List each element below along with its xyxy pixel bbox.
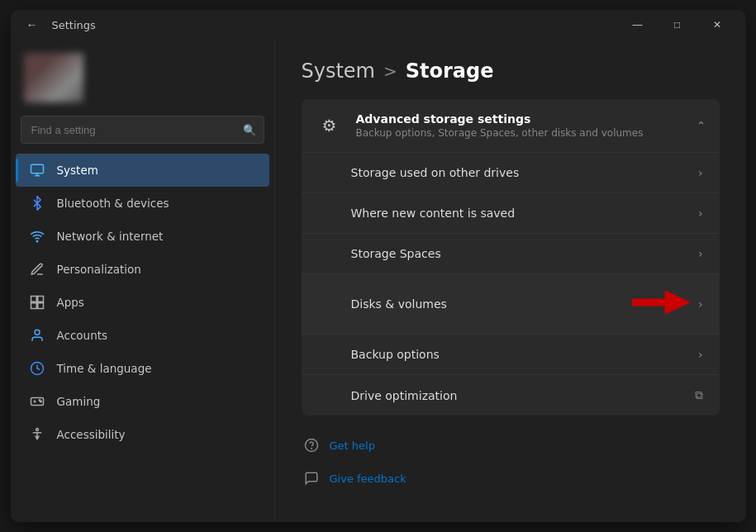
svg-rect-4 <box>31 303 36 309</box>
maximize-button[interactable]: □ <box>659 10 697 40</box>
chevron-right-icon: › <box>698 348 703 361</box>
app-title: Settings <box>52 19 96 31</box>
sidebar-item-personalization[interactable]: Personalization <box>16 253 269 286</box>
give-feedback-icon <box>302 468 321 488</box>
sidebar-item-accessibility[interactable]: Accessibility <box>16 418 269 451</box>
sidebar-item-timelanguage[interactable]: Time & language <box>16 352 269 385</box>
breadcrumb-separator: > <box>383 61 397 81</box>
sidebar-item-accounts[interactable]: Accounts <box>16 319 269 352</box>
sidebar-item-gaming[interactable]: Gaming <box>16 385 269 418</box>
footer-link-label-get-help: Get help <box>330 439 375 452</box>
search-input[interactable] <box>21 116 264 144</box>
system-icon <box>29 162 45 178</box>
nav-list: SystemBluetooth & devicesNetwork & inter… <box>11 154 274 522</box>
sidebar-item-label-accounts: Accounts <box>57 329 108 342</box>
setting-item-storage-other-drives[interactable]: Storage used on other drives› <box>302 153 720 193</box>
close-button[interactable]: ✕ <box>698 10 736 40</box>
breadcrumb-parent: System <box>302 59 376 83</box>
back-button[interactable]: ← <box>21 13 44 36</box>
svg-point-11 <box>36 429 38 431</box>
sidebar-item-label-system: System <box>57 164 98 177</box>
advanced-storage-group: ⚙ Advanced storage settings Backup optio… <box>302 99 720 416</box>
titlebar: ← Settings — □ ✕ <box>11 10 746 40</box>
accounts-icon <box>29 327 45 344</box>
chevron-right-icon: › <box>698 207 703 220</box>
sidebar-item-network[interactable]: Network & internet <box>16 220 269 253</box>
sidebar-item-bluetooth[interactable]: Bluetooth & devices <box>16 187 269 220</box>
sidebar-item-label-apps: Apps <box>57 296 84 309</box>
sidebar-item-label-timelanguage: Time & language <box>57 362 152 375</box>
avatar <box>24 53 83 102</box>
external-link-icon: ⧉ <box>695 388 703 402</box>
sidebar-item-system[interactable]: System <box>16 154 269 187</box>
page-header: System > Storage <box>302 59 720 83</box>
settings-window: ← Settings — □ ✕ 🔍 SystemBluetooth & dev… <box>11 10 746 522</box>
get-help-icon <box>302 435 321 455</box>
svg-rect-0 <box>31 164 43 173</box>
svg-point-14 <box>311 448 311 449</box>
main-content: System > Storage ⚙ Advanced storage sett… <box>275 40 746 522</box>
setting-item-backup-options[interactable]: Backup options› <box>302 335 720 375</box>
setting-item-storage-spaces[interactable]: Storage Spaces› <box>302 234 720 274</box>
svg-point-6 <box>35 330 40 335</box>
sidebar-item-apps[interactable]: Apps <box>16 286 269 319</box>
setting-item-drive-optimization[interactable]: Drive optimization⧉ <box>302 375 720 416</box>
setting-item-disks-volumes[interactable]: Disks & volumes › <box>302 274 720 335</box>
sidebar-item-label-bluetooth: Bluetooth & devices <box>57 197 169 210</box>
svg-point-10 <box>40 401 41 402</box>
svg-rect-3 <box>37 297 43 302</box>
window-controls: — □ ✕ <box>619 10 736 40</box>
sidebar: 🔍 SystemBluetooth & devicesNetwork & int… <box>11 40 275 522</box>
setting-label-storage-spaces: Storage Spaces <box>351 247 698 260</box>
group-items: Storage used on other drives›Where new c… <box>302 152 720 416</box>
group-text: Advanced storage settings Backup options… <box>356 112 697 139</box>
setting-label-backup-options: Backup options <box>351 348 698 361</box>
sidebar-item-label-network: Network & internet <box>57 230 164 243</box>
network-icon <box>29 228 45 245</box>
setting-label-where-new-content: Where new content is saved <box>351 207 698 220</box>
group-subtitle: Backup options, Storage Spaces, other di… <box>356 127 697 139</box>
chevron-right-icon: › <box>698 166 703 179</box>
svg-point-1 <box>36 240 38 242</box>
breadcrumb: System > Storage <box>302 59 720 83</box>
footer-link-give-feedback[interactable]: Give feedback <box>302 462 720 495</box>
setting-label-drive-optimization: Drive optimization <box>351 389 695 402</box>
setting-label-storage-other-drives: Storage used on other drives <box>351 166 698 179</box>
accessibility-icon <box>29 426 45 443</box>
minimize-button[interactable]: — <box>619 10 657 40</box>
sidebar-item-label-personalization: Personalization <box>57 263 141 276</box>
chevron-right-icon: › <box>698 297 703 311</box>
gaming-icon <box>29 393 45 410</box>
sidebar-item-label-accessibility: Accessibility <box>57 428 126 441</box>
avatar-area <box>11 46 274 116</box>
group-collapse-icon: ⌃ <box>697 119 706 132</box>
footer-links: Get helpGive feedback <box>302 429 720 495</box>
arrow-annotation <box>632 287 690 321</box>
group-title: Advanced storage settings <box>356 112 697 126</box>
chevron-right-icon: › <box>698 247 703 260</box>
advanced-storage-icon: ⚙ <box>315 111 345 140</box>
content-area: 🔍 SystemBluetooth & devicesNetwork & int… <box>11 40 746 522</box>
titlebar-left: ← Settings <box>21 13 619 36</box>
bluetooth-icon <box>29 195 45 211</box>
advanced-storage-header[interactable]: ⚙ Advanced storage settings Backup optio… <box>302 99 720 152</box>
svg-rect-5 <box>37 303 43 309</box>
sidebar-item-label-gaming: Gaming <box>57 395 101 408</box>
search-box: 🔍 <box>21 116 264 144</box>
setting-label-disks-volumes: Disks & volumes <box>351 297 632 311</box>
personalization-icon <box>29 261 45 278</box>
footer-link-get-help[interactable]: Get help <box>302 429 720 462</box>
svg-rect-2 <box>31 297 36 302</box>
setting-item-where-new-content[interactable]: Where new content is saved› <box>302 193 720 234</box>
footer-link-label-give-feedback: Give feedback <box>330 473 407 485</box>
apps-icon <box>29 294 45 311</box>
svg-marker-12 <box>632 291 690 314</box>
timelanguage-icon <box>29 360 45 377</box>
breadcrumb-current: Storage <box>406 59 494 83</box>
